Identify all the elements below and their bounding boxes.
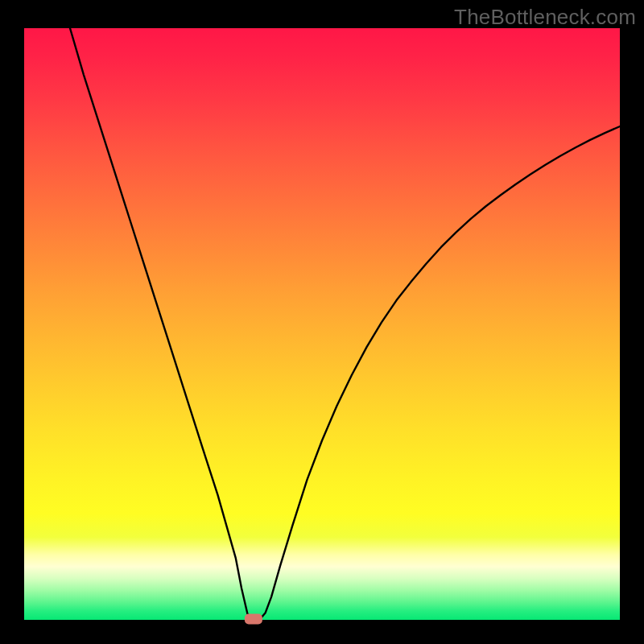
chart-svg: [0, 0, 644, 644]
watermark-text: TheBottleneck.com: [454, 5, 636, 30]
bottleneck-chart: TheBottleneck.com: [0, 0, 644, 644]
plot-background: [24, 28, 620, 620]
optimal-marker: [245, 614, 262, 625]
